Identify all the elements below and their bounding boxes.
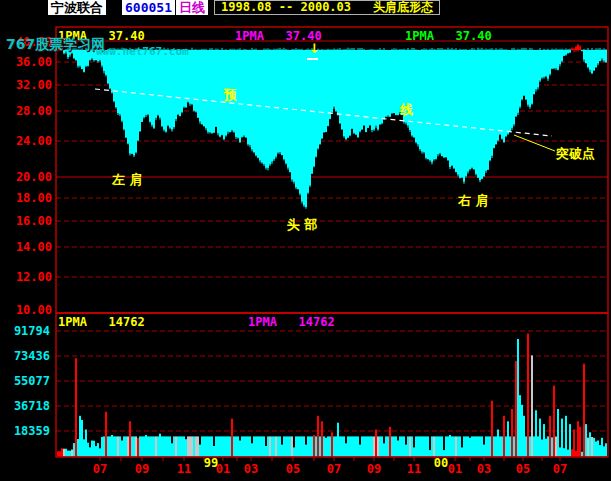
price-ma-label: 1PMA 37.40 [405,29,492,43]
candle-body [565,50,567,55]
candle-body [555,50,557,68]
candle-body [353,50,355,133]
candle-body [527,50,529,105]
candle-body [205,50,207,128]
volume-bar [163,436,165,456]
volume-bar [547,436,549,456]
candle-body [379,50,381,124]
volume-bar [541,440,543,457]
volume-bar [389,427,391,457]
volume-bar [385,436,387,456]
candle-body [283,50,285,159]
candle-body [465,50,467,176]
volume-bar [313,435,315,457]
candle-body [129,50,131,154]
candle-body [291,50,293,179]
volume-bar [183,436,185,456]
volume-bar [569,424,571,456]
volume-bar [551,437,553,456]
volume-bar [559,447,561,456]
candle-body [163,50,165,130]
volume-bar [421,436,423,456]
candle-body [535,50,537,89]
candle-body [247,50,249,144]
volume-bar [213,446,215,457]
chart-annotation: 头 部 [287,216,318,234]
volume-bar [387,436,389,456]
chart-canvas[interactable] [0,0,611,481]
volume-bar [445,436,447,456]
volume-bar [327,436,329,456]
candle-body [397,50,399,115]
volume-bar [297,436,299,456]
candle-body [203,50,205,126]
volume-bar [309,436,311,456]
candle-body [327,50,329,126]
volume-bar [367,436,369,456]
candle-body [477,50,479,178]
candle-body [253,50,255,152]
volume-bar [397,441,399,457]
volume-bar [489,436,491,456]
white-dash-marker [307,58,318,60]
candle-body [309,50,311,185]
candle-body [451,50,453,165]
volume-bar [63,449,65,457]
candle-body [331,50,333,112]
candle-body [577,45,579,50]
volume-bar [283,436,285,456]
candle-body [181,50,183,112]
volume-bar [75,358,77,456]
volume-bar [499,436,501,456]
volume-bar [363,436,365,456]
volume-bar [533,436,535,456]
candle-body [251,50,253,149]
volume-bar [371,436,373,456]
volume-bar [519,395,521,456]
candle-body [207,50,209,132]
volume-bar [125,436,127,456]
candle-body [393,50,395,113]
volume-bar [399,436,401,456]
candle-body [485,50,487,171]
volume-bar [529,436,531,456]
volume-bar [545,439,547,457]
volume-bar [187,436,189,456]
volume-bar [595,442,597,457]
volume-bar [571,449,573,456]
volume-bar [293,447,295,456]
candle-body [249,50,251,145]
volume-bar [447,436,449,456]
candle-body [557,50,559,70]
volume-bar [335,436,337,456]
volume-bar [193,436,195,456]
volume-bar [355,436,357,456]
candle-body [171,50,173,130]
candle-body [603,50,605,61]
volume-bar [365,436,367,456]
watermark-site-name: 767股票学习网 [6,36,105,54]
volume-bar [423,436,425,456]
candle-body [271,50,273,162]
candle-body [307,50,309,193]
volume-bar [419,436,421,456]
volume-bar [591,437,593,457]
volume-bar [407,436,409,456]
volume-bar [437,436,439,456]
volume-axis-label: 55077 [0,374,50,388]
volume-bar [105,412,107,457]
volume-bar [81,420,83,457]
volume-bar [263,436,265,456]
price-axis-label: 32.00 [0,78,52,92]
candle-body [197,50,199,118]
candle-body [357,50,359,137]
volume-bar [511,409,513,457]
price-axis-label: 36.00 [0,55,52,69]
candle-body [121,50,123,121]
candle-body [335,50,337,111]
candle-body [507,50,509,134]
candle-body [369,50,371,125]
candle-body [273,50,275,159]
candle-body [361,50,363,129]
volume-bar [181,436,183,456]
